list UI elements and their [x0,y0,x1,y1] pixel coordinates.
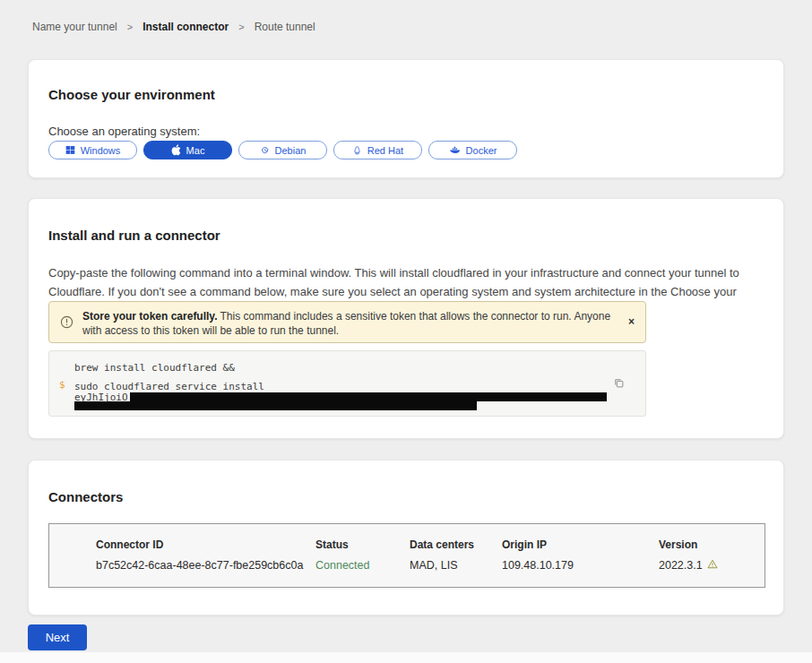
os-button-label: Windows [81,145,121,156]
os-button-label: Red Hat [367,145,403,156]
environment-card: Choose your environment Choose an operat… [28,59,784,178]
col-version: Version [659,538,764,551]
cell-connector-id: b7c52c42-6caa-48ee-8c77-fbe259cb6c0a [96,559,315,572]
col-status: Status [315,538,410,551]
token-prefix: eyJhIjoiO [74,392,128,402]
os-button-redhat[interactable]: Red Hat [333,141,422,159]
install-card-title: Install and run a connector [48,228,220,243]
os-button-row: Windows Mac Debian Red Hat Docker [48,141,517,159]
cell-data-centers: MAD, LIS [410,559,502,572]
breadcrumb-install-connector[interactable]: Install connector [143,21,229,33]
page-bottom-strip [0,652,812,663]
breadcrumb-separator: > [238,22,244,32]
breadcrumb-separator: > [127,22,133,32]
install-command-text: brew install cloudflared && sudo cloudfl… [74,363,607,410]
cell-version: 2022.3.1 [659,559,764,572]
col-data-centers: Data centers [410,538,502,551]
breadcrumb-name-your-tunnel[interactable]: Name your tunnel [32,21,117,33]
token-warning-banner: Store your token carefully.This command … [48,301,646,343]
os-button-label: Docker [466,145,497,156]
code-line-sudo: sudo cloudflared service install [74,382,607,392]
next-button[interactable]: Next [28,624,87,650]
warning-message: Store your token carefully.This command … [82,309,629,338]
environment-card-title: Choose your environment [48,87,215,102]
redacted-token-bar [130,392,607,401]
col-connector-id: Connector ID [96,538,315,551]
redhat-icon [352,145,362,156]
connectors-card: Connectors Connector ID Status Data cent… [28,460,784,616]
os-button-mac[interactable]: Mac [143,141,232,159]
apple-icon [171,144,181,156]
debian-icon [260,145,270,155]
os-select-label: Choose an operating system: [48,125,200,138]
install-command-codeblock: $ brew install cloudflared && sudo cloud… [48,350,646,417]
col-origin-ip: Origin IP [502,538,659,551]
connectors-card-title: Connectors [48,489,123,504]
windows-icon [65,145,75,155]
warning-title: Store your token carefully. [82,310,218,323]
cell-origin-ip: 109.48.10.179 [502,559,659,572]
alert-circle-icon [60,315,73,332]
os-button-windows[interactable]: Windows [48,141,137,159]
docker-icon [449,145,461,155]
warning-triangle-icon [707,559,718,572]
redacted-token-bar-2 [74,401,477,410]
close-icon[interactable]: × [628,315,635,328]
os-button-debian[interactable]: Debian [238,141,327,159]
table-row: b7c52c42-6caa-48ee-8c77-fbe259cb6c0a Con… [49,559,764,572]
shell-prompt: $ [59,379,65,391]
version-number: 2022.3.1 [659,559,703,572]
code-line-token: eyJhIjoiO [74,392,607,401]
os-button-docker[interactable]: Docker [428,141,517,159]
code-line-brew: brew install cloudflared && [74,363,607,373]
os-button-label: Mac [186,145,205,156]
os-button-label: Debian [275,145,307,156]
connectors-table: Connector ID Status Data centers Origin … [48,523,765,588]
status-badge: Connected [315,559,410,572]
install-connector-card: Install and run a connector Copy-paste t… [28,198,784,439]
copy-icon[interactable] [611,375,626,393]
connectors-table-header: Connector ID Status Data centers Origin … [49,538,764,551]
breadcrumb-route-tunnel[interactable]: Route tunnel [255,21,315,33]
breadcrumb: Name your tunnel > Install connector > R… [32,21,315,33]
